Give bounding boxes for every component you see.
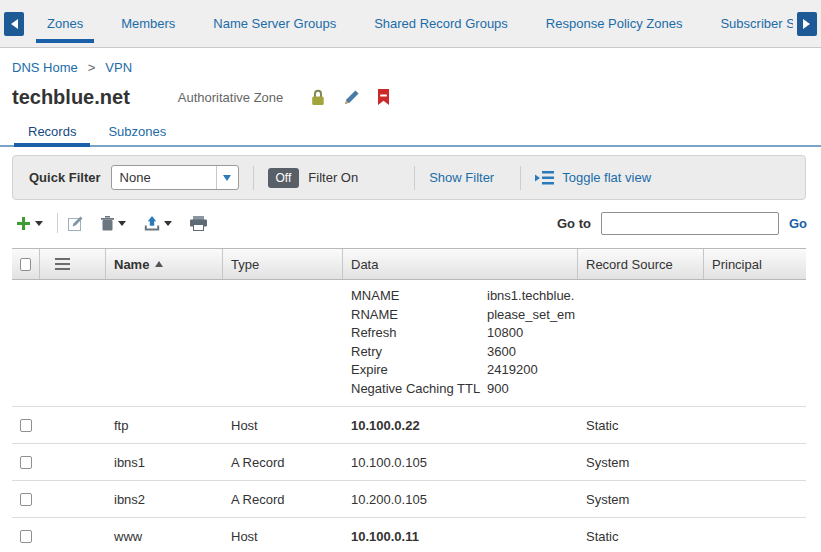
caret-down-icon [164,221,172,230]
cell-name: www [106,529,223,544]
soa-field: MNAMEibns1.techblue. [351,287,570,306]
goto-group: Go to Go [557,212,807,235]
tabs-scroll-left-button[interactable] [4,12,24,36]
edit-record-button[interactable] [68,215,85,231]
cell-record-source: Static [578,529,704,544]
dns-tab-bar: Zones Members Name Server Groups Shared … [0,0,821,48]
row-checkbox[interactable] [20,530,32,543]
sort-ascending-icon [155,257,163,267]
tab-name-server-groups[interactable]: Name Server Groups [194,0,355,47]
cell-data: 10.200.0.105 [343,492,578,507]
cell-record-source: Static [578,418,704,433]
flat-view-icon[interactable] [535,171,554,185]
cell-data: 10.100.0.22 [343,418,578,433]
edit-icon [68,215,85,231]
soa-field: Retry3600 [351,343,570,362]
table-row-www[interactable]: www Host 10.100.0.11 Static [12,518,806,552]
column-header-data[interactable]: Data [343,249,578,279]
cell-type: A Record [223,492,343,507]
plus-icon [16,216,31,231]
page-title: techblue.net [12,86,130,109]
tab-response-policy-zones[interactable]: Response Policy Zones [527,0,702,47]
cell-type: A Record [223,455,343,470]
chevron-down-icon [216,166,238,189]
tabs-scroll-right-button[interactable] [797,12,817,36]
quick-filter-label: Quick Filter [29,170,101,185]
cell-name: ibns1 [106,455,223,470]
cell-type: Host [223,418,343,433]
table-header-row: Name Type Data Record Source Principal [12,249,806,280]
add-record-button[interactable] [16,216,43,231]
divider [414,166,415,190]
arrow-right-icon [803,19,815,29]
edit-zone-pencil-icon[interactable] [343,89,360,106]
breadcrumb-vpn-link[interactable]: VPN [105,60,132,75]
zone-title-row: techblue.net Authoritative Zone [12,82,809,112]
table-row-soa-partial[interactable]: MNAMEibns1.techblue. RNAMEplease_set_em … [12,280,806,407]
header-menu-icon[interactable] [55,258,70,270]
print-icon [190,216,207,231]
column-header-record-source[interactable]: Record Source [578,249,704,279]
go-button[interactable]: Go [789,216,807,231]
trash-icon [101,216,114,231]
dns-tabs: Zones Members Name Server Groups Shared … [28,0,793,47]
records-toolbar: Go to Go [0,200,821,246]
row-checkbox[interactable] [20,493,32,506]
export-icon [144,216,160,231]
zone-title-icons [311,89,389,106]
row-checkbox[interactable] [20,456,32,469]
tab-members[interactable]: Members [102,0,194,47]
cell-data: 10.100.0.105 [343,455,578,470]
cell-type: Host [223,529,343,544]
tab-subscriber-services[interactable]: Subscriber S [701,0,793,47]
toggle-flat-view-link[interactable]: Toggle flat view [562,170,651,185]
divider [520,166,521,190]
divider [253,166,254,190]
print-button[interactable] [190,216,207,231]
soa-field: Expire2419200 [351,361,570,380]
quick-filter-select[interactable]: None [111,165,239,190]
zone-subtabs: Records Subzones [0,120,821,147]
cell-data: 10.100.0.11 [343,529,578,544]
arrow-left-icon [6,19,18,29]
table-row-ftp[interactable]: ftp Host 10.100.0.22 Static [12,407,806,444]
table-row-ibns2[interactable]: ibns2 A Record 10.200.0.105 System [12,481,806,518]
filter-on-toggle[interactable]: Off [268,168,300,188]
export-button[interactable] [144,216,172,231]
subtab-records[interactable]: Records [12,120,92,145]
cell-record-source: System [578,492,704,507]
caret-down-icon [35,221,43,230]
goto-input[interactable] [601,212,779,235]
lock-icon[interactable] [311,89,325,106]
column-header-type[interactable]: Type [223,249,343,279]
column-header-name-label: Name [114,257,149,272]
table-row-ibns1[interactable]: ibns1 A Record 10.100.0.105 System [12,444,806,481]
soa-field: Refresh10800 [351,324,570,343]
row-checkbox[interactable] [20,419,32,432]
filter-on-label: Filter On [308,170,358,185]
cell-name: ftp [106,418,223,433]
breadcrumb-dns-home-link[interactable]: DNS Home [12,60,78,75]
goto-label: Go to [557,216,591,231]
cell-name: ibns2 [106,492,223,507]
soa-field: Negative Caching TTL900 [351,380,570,399]
column-header-principal[interactable]: Principal [704,249,806,279]
filter-bar: Quick Filter None Off Filter On Show Fil… [12,155,806,200]
breadcrumb: DNS Home>VPN [0,48,821,76]
caret-down-icon [118,221,126,230]
delete-record-button[interactable] [101,216,126,231]
cell-record-source: System [578,455,704,470]
select-all-checkbox[interactable] [20,258,31,271]
quick-filter-value: None [112,170,216,185]
tab-zones[interactable]: Zones [28,0,102,47]
breadcrumb-separator: > [88,60,96,75]
flag-bookmark-icon[interactable] [378,89,389,105]
column-header-name[interactable]: Name [106,249,223,279]
soa-field: RNAMEplease_set_em [351,306,570,325]
show-filter-link[interactable]: Show Filter [429,170,494,185]
records-table: Name Type Data Record Source Principal M… [12,248,806,552]
divider [57,213,58,233]
subtab-subzones[interactable]: Subzones [92,120,182,145]
tab-shared-record-groups[interactable]: Shared Record Groups [355,0,527,47]
zone-type-label: Authoritative Zone [178,90,284,105]
